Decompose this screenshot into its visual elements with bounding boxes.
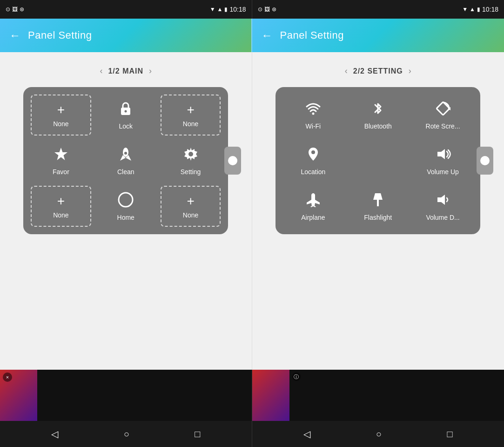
svg-point-13 [311, 150, 315, 154]
svg-point-6 [124, 152, 127, 155]
grid-label-clean: Clean [117, 168, 134, 176]
grid-item-wifi[interactable]: Wi-Fi [283, 95, 343, 135]
signal-icon-r: ▲ [470, 6, 475, 13]
drag-handle-inner-setting [480, 156, 490, 165]
drag-handle-setting[interactable] [477, 147, 493, 175]
grid-item-lock[interactable]: Lock [96, 95, 156, 135]
svg-marker-16 [437, 195, 445, 205]
time-right: 10:18 [482, 6, 498, 13]
grid-label-volume-down: Volume D... [426, 214, 459, 221]
main-content: ‹ 1/2 MAIN › + None [0, 52, 504, 370]
bag-icon: ⊛ [20, 6, 24, 13]
bottom-navs: ◁ ○ □ ◁ ○ □ [0, 421, 504, 447]
whatsapp-icon-r: ⊙ [258, 6, 262, 13]
close-ad-left[interactable]: × [3, 372, 12, 382]
panel-grid-setting: Wi-Fi Bluetooth [276, 87, 480, 234]
next-arrow-main[interactable]: › [149, 66, 152, 76]
image-icon: 🖼 [12, 6, 18, 13]
rocket-icon [117, 146, 134, 165]
recent-nav-left[interactable]: □ [195, 429, 200, 440]
grid-item-location[interactable]: Location [283, 140, 343, 181]
rotate-screen-icon [435, 100, 451, 120]
grid-item-bluetooth[interactable]: Bluetooth [348, 95, 408, 135]
grid-label-wifi: Wi-Fi [306, 122, 321, 130]
panel-grid-container-main: + None Lock + None [23, 87, 228, 234]
grid-label-bluetooth: Bluetooth [364, 122, 392, 130]
image-icon-r: 🖼 [264, 6, 270, 13]
wifi-status-icon-r: ▼ [462, 6, 468, 13]
wifi-icon [305, 100, 322, 120]
grid-item-none-2[interactable]: + None [161, 95, 221, 135]
grid-item-home[interactable]: Home [96, 186, 156, 227]
svg-marker-15 [373, 193, 383, 206]
grid-label-flashlight: Flashlight [364, 214, 392, 221]
app-bar-title-right: Panel Setting [280, 29, 344, 41]
grid-label-none-4: None [183, 211, 198, 219]
back-button-left[interactable]: ← [9, 29, 20, 42]
bluetooth-icon [370, 100, 386, 120]
prev-arrow-main[interactable]: ‹ [100, 66, 102, 76]
lock-icon [117, 100, 134, 120]
grid-item-volume-up[interactable]: Volume Up [413, 140, 473, 181]
panel-grid-main: + None Lock + None [23, 87, 228, 234]
pagination-text-setting: 2/2 SETTING [353, 67, 403, 75]
plus-icon-2: + [187, 102, 194, 117]
grid-item-favor[interactable]: Favor [31, 140, 91, 181]
star-icon [53, 146, 69, 165]
grid-item-none-1[interactable]: + None [31, 95, 91, 135]
back-nav-left[interactable]: ◁ [51, 428, 58, 440]
svg-marker-2 [54, 148, 67, 160]
ad-thumbnail-right [252, 370, 289, 421]
ad-banner-left: ⊛ saavn DOWNLOAD NOW ▶ × [0, 370, 252, 421]
grid-item-airplane[interactable]: Airplane [283, 186, 343, 227]
status-bar: ⊙ 🖼 ⊛ ▼ ▲ ▮ 10:18 ⊙ 🖼 ⊛ ▼ ▲ ▮ 10:18 [0, 0, 504, 19]
recent-nav-right[interactable]: □ [447, 429, 453, 440]
plus-icon-3: + [57, 194, 65, 209]
plus-icon-4: + [187, 194, 194, 209]
grid-item-none-3[interactable]: + None [31, 186, 91, 227]
drag-handle-inner-main [228, 156, 237, 165]
panel-main: ‹ 1/2 MAIN › + None [0, 52, 252, 370]
status-bar-left: ⊙ 🖼 ⊛ ▼ ▲ ▮ 10:18 [0, 0, 252, 19]
grid-item-setting[interactable]: Setting [161, 140, 221, 181]
close-icon-left: × [6, 374, 9, 380]
grid-item-rotate[interactable]: Rote Scre... [413, 95, 473, 135]
grid-item-flashlight[interactable]: Flashlight [348, 186, 408, 227]
info-icon-right: ⓘ [292, 372, 301, 381]
home-nav-right[interactable]: ○ [376, 429, 382, 440]
grid-item-volume-down[interactable]: Volume D... [413, 186, 473, 227]
grid-item-clean[interactable]: Clean [96, 140, 156, 181]
grid-label-setting: Setting [181, 168, 201, 176]
app-bar-title-left: Panel Setting [28, 29, 92, 41]
grid-item-none-4[interactable]: + None [161, 186, 221, 227]
pagination-text-main: 1/2 MAIN [108, 67, 143, 75]
location-icon [305, 146, 322, 165]
whatsapp-icon: ⊙ [6, 6, 10, 13]
bottom-nav-left: ◁ ○ □ [0, 421, 252, 447]
ad-area: ⊛ saavn DOWNLOAD NOW ▶ × ⊛ saavn DOWNLOA… [0, 370, 504, 421]
home-nav-left[interactable]: ○ [124, 429, 129, 440]
battery-icon: ▮ [224, 6, 228, 13]
grid-label-airplane: Airplane [301, 214, 325, 221]
airplane-icon [305, 191, 322, 211]
pagination-main: ‹ 1/2 MAIN › [100, 66, 152, 76]
svg-marker-14 [437, 149, 445, 159]
drag-handle-main[interactable] [224, 147, 241, 175]
app-bar-left: ← Panel Setting [0, 19, 252, 52]
prev-arrow-setting[interactable]: ‹ [345, 66, 348, 76]
signal-icon: ▲ [217, 6, 223, 13]
grid-label-volume-up: Volume Up [427, 168, 458, 176]
next-arrow-setting[interactable]: › [409, 66, 411, 76]
svg-point-9 [119, 193, 133, 207]
grid-label-none-3: None [53, 211, 68, 219]
back-button-right[interactable]: ← [262, 29, 273, 42]
back-nav-right[interactable]: ◁ [303, 428, 310, 440]
grid-label-location: Location [301, 168, 325, 176]
grid-label-none-2: None [183, 120, 198, 128]
app-bars: ← Panel Setting ← Panel Setting [0, 19, 504, 52]
volume-up-icon [435, 146, 451, 165]
panel-setting: ‹ 2/2 SETTING › Wi-Fi [252, 52, 504, 370]
grid-label-home: Home [117, 214, 134, 221]
status-icons-left: ⊙ 🖼 ⊛ [6, 6, 24, 13]
svg-point-8 [188, 152, 193, 156]
